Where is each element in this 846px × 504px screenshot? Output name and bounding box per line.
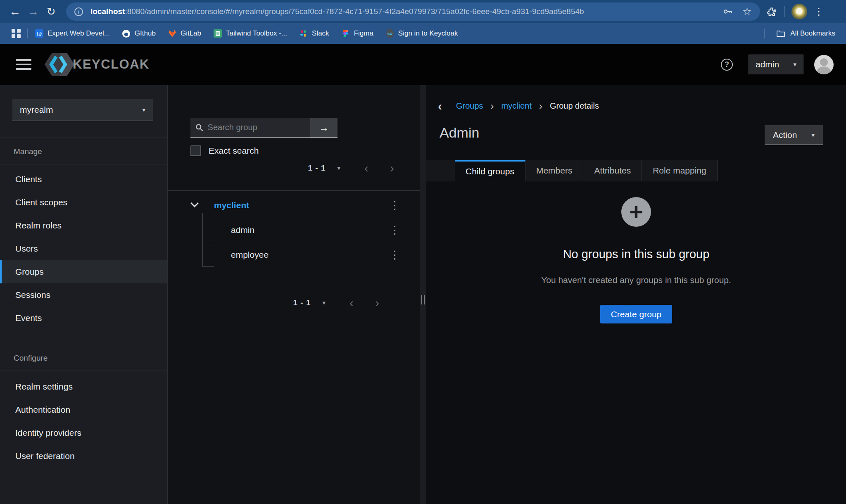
tab-bar: Child groups Members Attributes Role map… xyxy=(426,160,846,181)
sidebar-item-events[interactable]: Events xyxy=(0,307,167,330)
help-icon[interactable]: ? xyxy=(721,59,733,71)
resize-handle[interactable] xyxy=(421,295,425,304)
chevron-down-icon: ▾ xyxy=(142,106,145,114)
url-path: :8080/admin/master/console/#/myrealm/gro… xyxy=(125,7,584,16)
tab-role-mapping[interactable]: Role mapping xyxy=(642,160,718,181)
slack-favicon xyxy=(299,29,308,38)
keycloak-logo-icon xyxy=(44,52,75,77)
bookmark-label: GitLab xyxy=(181,29,201,38)
chrome-menu-icon[interactable]: ⋮ xyxy=(814,6,824,17)
breadcrumb-current: Group details xyxy=(550,101,599,111)
tree-row-myclient[interactable]: myclient ⋮ xyxy=(168,193,420,218)
apps-grid-icon[interactable] xyxy=(12,29,21,38)
nav-toggle-hamburger-icon[interactable] xyxy=(16,59,31,70)
action-dropdown-button[interactable]: Action ▾ xyxy=(765,125,823,145)
panel-resizer xyxy=(420,85,426,504)
divider xyxy=(0,138,167,138)
divider xyxy=(0,371,167,371)
password-key-icon[interactable] xyxy=(722,6,733,17)
all-bookmarks[interactable]: All Bookmarks xyxy=(764,29,835,38)
group-employee[interactable]: employee xyxy=(231,250,269,260)
toolbar-separator xyxy=(784,6,785,17)
keycloak-masthead: KEYCLOAK ? admin ▾ xyxy=(0,44,846,85)
plus-circle-icon: + xyxy=(621,197,651,227)
tab-attributes[interactable]: Attributes xyxy=(583,160,642,181)
sidebar-item-user-federation[interactable]: User federation xyxy=(0,445,167,468)
tree-row-employee[interactable]: employee ⋮ xyxy=(168,242,420,267)
bookmarks-separator xyxy=(764,29,765,38)
site-info-icon[interactable]: i xyxy=(74,7,83,16)
pagination-range: 1 - 1 xyxy=(293,298,311,307)
bookmark-github[interactable]: GIthub xyxy=(122,29,156,38)
group-myclient[interactable]: myclient xyxy=(214,200,249,210)
pagination-menu-caret-icon[interactable]: ▾ xyxy=(322,299,326,307)
bookmark-tailwind[interactable]: Tailwind Toolbox -... xyxy=(214,29,287,38)
tab-child-groups[interactable]: Child groups xyxy=(455,160,525,181)
search-group-field[interactable] xyxy=(190,118,310,138)
bookmarks-separator xyxy=(27,29,28,38)
realm-selector[interactable]: myrealm ▾ xyxy=(12,99,153,121)
bookmark-keycloak[interactable]: «» Sign in to Keycloak xyxy=(386,29,458,38)
kebab-menu-icon[interactable]: ⋮ xyxy=(389,200,400,211)
search-submit-button[interactable]: → xyxy=(310,118,337,138)
bookmark-gitlab[interactable]: GitLab xyxy=(168,29,201,38)
exact-search-checkbox[interactable] xyxy=(190,145,201,156)
folder-icon xyxy=(776,29,785,38)
action-label: Action xyxy=(773,130,797,140)
tree-row-admin[interactable]: admin ⋮ xyxy=(168,218,420,242)
sidebar-item-realm-roles[interactable]: Realm roles xyxy=(0,214,167,237)
group-tree: myclient ⋮ admin ⋮ employee ⋮ xyxy=(168,193,420,267)
sidebar-item-groups[interactable]: Groups xyxy=(0,260,167,283)
search-group-input[interactable] xyxy=(208,123,305,132)
sidebar-item-authentication[interactable]: Authentication xyxy=(0,398,167,421)
bookmark-expert-web[interactable]: {;} Expert Web Devel... xyxy=(35,29,110,38)
keycloak-favicon: «» xyxy=(386,29,394,38)
bookmark-slack[interactable]: Slack xyxy=(299,29,329,38)
create-group-button[interactable]: Create group xyxy=(600,305,672,323)
pagination-menu-caret-icon[interactable]: ▾ xyxy=(337,164,340,172)
gitlab-favicon xyxy=(168,29,176,38)
breadcrumb-back-chevron-icon[interactable]: ‹ xyxy=(438,102,442,110)
extensions-icon[interactable] xyxy=(767,6,778,17)
user-menu-dropdown[interactable]: admin ▾ xyxy=(749,55,803,74)
breadcrumb-groups-link[interactable]: Groups xyxy=(456,101,483,111)
tab-members[interactable]: Members xyxy=(525,160,584,181)
bookmark-figma[interactable]: Figma xyxy=(342,29,373,38)
group-admin[interactable]: admin xyxy=(231,225,254,235)
pagination-prev-icon[interactable]: ‹ xyxy=(349,299,354,307)
sidebar-item-client-scopes[interactable]: Client scopes xyxy=(0,191,167,214)
manage-nav-list: Clients Client scopes Realm roles Users … xyxy=(0,168,167,330)
pagination-next-icon[interactable]: › xyxy=(375,299,379,307)
sidebar-item-realm-settings[interactable]: Realm settings xyxy=(0,375,167,398)
pagination-next-icon[interactable]: › xyxy=(390,164,394,172)
address-bar[interactable]: i localhost:8080/admin/master/console/#/… xyxy=(66,2,760,21)
back-button[interactable]: ← xyxy=(6,5,24,18)
browser-profile-avatar[interactable] xyxy=(791,4,807,19)
chevron-down-icon: ▾ xyxy=(811,131,815,139)
sidebar-item-identity-providers[interactable]: Identity providers xyxy=(0,421,167,445)
sidebar-item-sessions[interactable]: Sessions xyxy=(0,283,167,307)
section-label-manage: Manage xyxy=(14,147,42,156)
realm-name: myrealm xyxy=(20,105,53,115)
pagination-prev-icon[interactable]: ‹ xyxy=(364,164,368,172)
kebab-menu-icon[interactable]: ⋮ xyxy=(389,250,400,261)
bookmark-label: Sign in to Keycloak xyxy=(398,29,458,38)
tree-expand-chevron-icon[interactable] xyxy=(190,199,199,207)
bookmark-label: GIthub xyxy=(135,29,156,38)
configure-nav-list: Realm settings Authentication Identity p… xyxy=(0,375,167,468)
bookmark-star-icon[interactable]: ☆ xyxy=(742,5,752,18)
keycloak-brand[interactable]: KEYCLOAK xyxy=(44,52,150,77)
sidebar-item-users[interactable]: Users xyxy=(0,237,167,260)
forward-button[interactable]: → xyxy=(24,5,42,18)
breadcrumb-myclient-link[interactable]: myclient xyxy=(501,101,532,111)
tab-spacer xyxy=(426,160,455,181)
sidebar-item-clients[interactable]: Clients xyxy=(0,168,167,191)
chevron-down-icon: ▾ xyxy=(793,61,796,68)
reload-button[interactable]: ↻ xyxy=(42,5,60,18)
url-text[interactable]: localhost:8080/admin/master/console/#/my… xyxy=(90,7,718,16)
kebab-menu-icon[interactable]: ⋮ xyxy=(389,225,400,236)
breadcrumb: ‹ Groups › myclient › Group details xyxy=(438,101,599,111)
username-label: admin xyxy=(756,59,779,69)
user-avatar[interactable] xyxy=(814,55,834,74)
page-title: Admin xyxy=(440,125,479,141)
